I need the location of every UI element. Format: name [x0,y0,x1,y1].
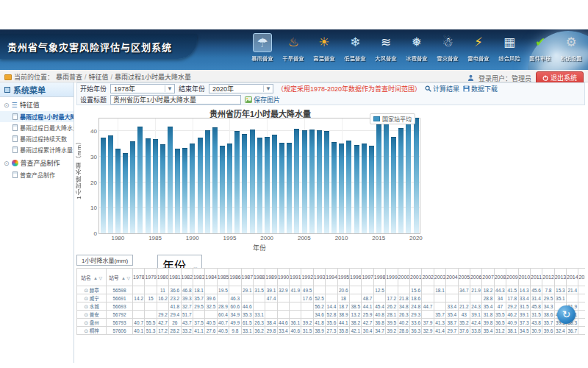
col-header-year-2013[interactable]: 2013 [554,269,566,286]
expand-row-icon[interactable]: ⊙ [84,288,88,293]
bar-2012[interactable] [354,145,359,233]
col-header-year-1995[interactable]: 1995 [337,269,349,286]
bar-1987[interactable] [168,127,173,233]
bar-1984[interactable] [146,138,151,233]
nav-item-high-temp[interactable]: ☀高温普查 [309,32,340,67]
bar-1985[interactable] [153,139,158,233]
chart-legend[interactable]: 国家站平均 [370,113,415,124]
bar-1993[interactable] [212,127,218,233]
bar-1997[interactable] [242,134,247,233]
bar-2003[interactable] [287,143,292,233]
bar-2008[interactable] [324,131,329,233]
col-header-year-1979[interactable]: 1979 [145,269,157,286]
col-header-year-2010[interactable]: 2010 [518,269,530,286]
data-download-button[interactable]: 数据下载 [463,84,498,93]
bar-2016[interactable] [384,120,389,233]
col-header-year-2005[interactable]: 2005 [458,269,470,286]
breadcrumb-link[interactable]: 特征值 [89,74,109,81]
col-header-year-2009[interactable]: 2009 [506,269,518,286]
col-header-year-1980[interactable]: 1980 [157,269,168,286]
col-header-year-1993[interactable]: 1993 [313,269,325,286]
bar-2006[interactable] [309,130,315,233]
col-header-year-1981[interactable]: 1981 [169,269,181,286]
sidebar-item[interactable]: 普查产品制作 [0,169,74,180]
col-header-year-2001[interactable]: 2001 [409,269,421,286]
col-header-station-id[interactable]: 站号▲ ▽ [107,269,133,286]
bar-2017[interactable] [391,137,396,233]
nav-item-rainstorm[interactable]: ☂暴雨普查 [247,32,278,67]
bar-1979[interactable] [108,135,113,233]
nav-item-drought[interactable]: ♨干旱普查 [278,32,309,67]
col-header-year-2002[interactable]: 2002 [422,269,434,286]
bar-2004[interactable] [294,129,299,233]
col-header-year-1991[interactable]: 1991 [290,269,301,286]
sort-icons[interactable]: ▲ ▽ [93,276,102,280]
col-header-year-1982[interactable]: 1982 [181,269,193,286]
breadcrumb-link[interactable]: 暴雨过程1小时最大降水量 [115,74,191,81]
collapse-icon[interactable]: ⊙ [4,102,10,109]
calc-result-button[interactable]: 计算结果 [425,84,459,93]
col-header-station-name[interactable]: 站名▲ ▽ [77,269,107,286]
col-header-year-2015[interactable]: 2015 [578,269,585,286]
bar-2014[interactable] [369,146,374,233]
col-header-year-1992[interactable]: 1992 [301,269,313,286]
bar-2019[interactable] [406,116,411,233]
nav-item-system-settings[interactable]: ⚙系统设置 [556,32,587,67]
bar-1978[interactable] [101,138,106,233]
station-table-wrap[interactable]: 站名▲ ▽站号▲ ▽197819791980198119821983198419… [76,268,585,340]
bar-2018[interactable] [398,128,404,233]
bar-1989[interactable] [182,148,187,233]
col-header-year-1999[interactable]: 1999 [386,269,398,286]
col-header-year-2000[interactable]: 2000 [398,269,409,286]
sidebar-item[interactable]: 暴雨过程持续天数 [0,133,74,144]
col-header-year-1990[interactable]: 1990 [277,269,289,286]
breadcrumb-link[interactable]: 暴雨普查 [56,74,82,81]
col-header-year-1978[interactable]: 1978 [133,269,145,286]
expand-row-icon[interactable]: ⊙ [84,296,88,301]
col-header-year-1997[interactable]: 1997 [362,269,373,286]
col-header-year-1985[interactable]: 1985 [217,269,229,286]
sidebar-group-普查产品制作[interactable]: ⊙普查产品制作 [0,155,74,169]
bar-2020[interactable] [414,118,419,233]
bar-2007[interactable] [317,130,322,233]
bar-2013[interactable] [362,144,367,233]
col-header-year-1987[interactable]: 1987 [241,269,253,286]
sidebar-item[interactable]: 暴雨过程累计降水量 [0,144,74,155]
col-header-year-2004[interactable]: 2004 [446,269,458,286]
bar-1995[interactable] [227,144,232,233]
save-image-button[interactable]: 保存图片 [245,95,280,105]
bar-1998[interactable] [250,130,255,233]
bar-1994[interactable] [220,146,225,233]
col-header-year-1996[interactable]: 1996 [350,269,362,286]
sidebar-item[interactable]: 暴雨过程1小时最大降水量 [0,111,74,122]
start-year-select[interactable]: 1978年▼ [110,84,175,93]
bar-2010[interactable] [339,144,344,233]
expand-row-icon[interactable]: ⊙ [84,312,88,317]
sidebar-item[interactable]: 暴雨过程日最大降水量 [0,122,74,133]
bar-1991[interactable] [198,138,203,233]
bar-2000[interactable] [265,137,270,233]
col-header-year-1994[interactable]: 1994 [326,269,337,286]
end-year-select[interactable]: 2020年▼ [209,84,273,93]
col-header-year-2011[interactable]: 2011 [530,269,542,286]
col-header-year-1983[interactable]: 1983 [193,269,204,286]
col-header-year-1988[interactable]: 1988 [253,269,265,286]
bar-2005[interactable] [302,130,307,233]
nav-item-wind[interactable]: ≋大风普查 [370,32,401,67]
sidebar-group-特征值[interactable]: ⊙☰特征值 [0,97,74,111]
col-header-year-2006[interactable]: 2006 [470,269,481,286]
bar-1992[interactable] [205,130,210,233]
float-refresh-icon[interactable]: ↻ [557,305,576,324]
sort-icons[interactable]: ▲ ▽ [121,276,130,280]
bar-2011[interactable] [346,141,351,233]
nav-item-lightning[interactable]: ⚡雷电普查 [463,32,494,67]
bar-1999[interactable] [257,138,262,233]
col-header-year-1998[interactable]: 1998 [373,269,385,286]
bar-2002[interactable] [279,143,284,233]
col-header-year-2012[interactable]: 2012 [542,269,554,286]
col-header-year-1986[interactable]: 1986 [229,269,241,286]
bar-1986[interactable] [160,144,165,233]
bar-1990[interactable] [190,144,195,233]
bar-1988[interactable] [175,149,180,233]
chart-title-input[interactable]: 贵州省历年1小时最大降水量 [110,95,241,105]
